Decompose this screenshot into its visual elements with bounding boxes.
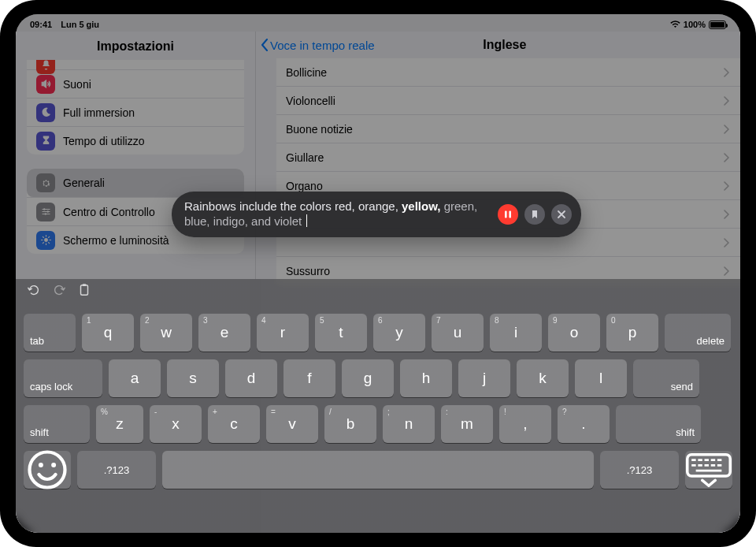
key-tab[interactable]: tab: [24, 314, 76, 352]
gear-icon: [36, 173, 55, 192]
key-z[interactable]: %z: [96, 405, 143, 443]
key-v[interactable]: =v: [266, 405, 318, 443]
svg-point-8: [30, 452, 65, 488]
sidebar-item-tempo-di-utilizzo[interactable]: Tempo di utilizzo: [27, 126, 244, 154]
key-p[interactable]: 0p: [606, 314, 658, 352]
svg-rect-6: [81, 285, 88, 296]
key-delete[interactable]: delete: [665, 314, 731, 352]
voice-label: Giullare: [286, 151, 324, 164]
key-n[interactable]: ;n: [383, 405, 435, 443]
key-numsym-left[interactable]: .?123: [77, 451, 156, 489]
redo-button[interactable]: [52, 283, 66, 297]
voice-label: Bollicine: [286, 66, 327, 79]
key-capslock[interactable]: caps lock: [24, 359, 102, 397]
live-speech-bubble: Rainbows include the colors red, orange,…: [172, 192, 581, 237]
speaker-icon: [36, 75, 55, 94]
keyboard: tab 1q2w3e4r5t6y7u8i9o0pdelete caps lock…: [16, 279, 740, 533]
voice-row-bollicine[interactable]: Bollicine: [276, 58, 740, 87]
chevron-right-icon: [723, 266, 729, 276]
svg-rect-5: [509, 211, 511, 218]
key-g[interactable]: g: [342, 359, 394, 397]
key-send[interactable]: send: [633, 359, 699, 397]
key-x[interactable]: -x: [150, 405, 202, 443]
undo-button[interactable]: [27, 283, 41, 297]
live-speech-text: Rainbows include the colors red, orange,…: [184, 199, 491, 229]
moon-icon: [36, 103, 55, 122]
chevron-right-icon: [723, 96, 729, 106]
key-dismiss[interactable]: [685, 451, 732, 489]
battery-icon: [709, 20, 726, 29]
svg-point-2: [44, 213, 46, 214]
svg-rect-4: [505, 211, 507, 218]
key-l[interactable]: l: [575, 359, 627, 397]
wifi-icon: [670, 20, 680, 28]
voice-label: Violoncelli: [286, 95, 335, 107]
chevron-right-icon: [723, 181, 729, 191]
key-w[interactable]: 2w: [140, 314, 192, 352]
key-i[interactable]: 8i: [490, 314, 542, 352]
key-d[interactable]: d: [225, 359, 277, 397]
svg-point-9: [39, 463, 43, 467]
svg-point-10: [51, 463, 56, 467]
key-c[interactable]: +c: [208, 405, 260, 443]
key-b[interactable]: /b: [324, 405, 376, 443]
sidebar-item-label: Full immersion: [63, 106, 235, 119]
key-shift-right[interactable]: shift: [616, 405, 701, 443]
key-o[interactable]: 9o: [548, 314, 600, 352]
sun-icon: [36, 231, 55, 250]
page-title: Inglese: [280, 38, 729, 52]
chevron-right-icon: [723, 125, 729, 134]
svg-point-0: [43, 208, 45, 210]
key-numsym-right[interactable]: .?123: [600, 451, 679, 489]
sidebar-item-notifiche[interactable]: Notifiche: [27, 60, 244, 69]
voice-label: Buone notizie: [286, 123, 353, 136]
key-m[interactable]: :m: [441, 405, 493, 443]
key-h[interactable]: h: [400, 359, 452, 397]
key-shift-left[interactable]: shift: [24, 405, 90, 443]
key-punct-period[interactable]: ?.: [558, 405, 610, 443]
key-emoji[interactable]: [24, 451, 71, 489]
clipboard-button[interactable]: [77, 283, 91, 297]
sliders-icon: [36, 203, 55, 221]
sidebar-item-suoni[interactable]: Suoni: [27, 69, 244, 98]
voice-row-giullare[interactable]: Giullare: [276, 143, 740, 172]
bookmark-button[interactable]: [524, 204, 545, 225]
sidebar-item-label: Suoni: [63, 78, 235, 91]
voice-row-buone-notizie[interactable]: Buone notizie: [276, 115, 740, 143]
sidebar-item-label: Tempo di utilizzo: [63, 135, 235, 147]
key-y[interactable]: 6y: [373, 314, 425, 352]
key-space[interactable]: [162, 451, 594, 489]
key-q[interactable]: 1q: [82, 314, 134, 352]
key-f[interactable]: f: [284, 359, 335, 397]
voice-label: Organo: [286, 180, 323, 192]
hourglass-icon: [36, 132, 55, 151]
key-punct-comma[interactable]: !,: [499, 405, 551, 443]
sidebar-title: Impostazioni: [16, 32, 255, 60]
svg-rect-7: [83, 284, 87, 286]
sidebar-item-full-immersion[interactable]: Full immersion: [27, 98, 244, 126]
chevron-right-icon: [723, 153, 729, 162]
key-k[interactable]: k: [517, 359, 569, 397]
chevron-right-icon: [723, 238, 729, 247]
pause-button[interactable]: [498, 204, 518, 225]
key-r[interactable]: 4r: [257, 314, 309, 352]
key-e[interactable]: 3e: [198, 314, 250, 352]
key-a[interactable]: a: [109, 359, 161, 397]
bell-icon: [36, 60, 55, 74]
status-bar: 09:41 Lun 5 giu 100%: [16, 14, 740, 32]
key-j[interactable]: j: [458, 359, 510, 397]
key-s[interactable]: s: [167, 359, 219, 397]
status-date: Lun 5 giu: [61, 20, 99, 29]
status-time: 09:41: [30, 20, 52, 29]
svg-point-3: [44, 238, 48, 242]
battery-percent: 100%: [684, 20, 706, 29]
svg-point-1: [46, 210, 48, 212]
voice-row-violoncelli[interactable]: Violoncelli: [276, 87, 740, 115]
key-t[interactable]: 5t: [315, 314, 367, 352]
chevron-right-icon: [723, 68, 729, 77]
chevron-right-icon: [723, 210, 729, 219]
sidebar-item-label: Generali: [63, 177, 235, 189]
voice-label: Sussurro: [286, 265, 330, 277]
key-u[interactable]: 7u: [432, 314, 484, 352]
close-button[interactable]: [551, 204, 572, 225]
